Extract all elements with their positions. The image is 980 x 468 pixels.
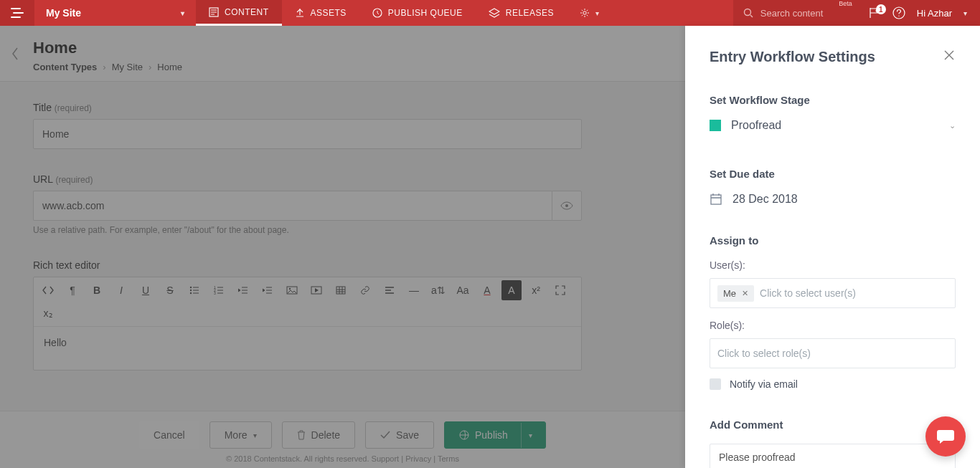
topbar-right: 1 Hi Azhar ▾ [855,0,980,26]
notify-checkbox-row[interactable]: Notify via email [710,378,956,390]
logo[interactable] [0,0,34,26]
user-greeting[interactable]: Hi Azhar [917,8,952,19]
search-placeholder: Search content [760,8,823,19]
roles-textfield[interactable] [717,348,948,359]
topbar: My Site ▾ CONTENT ASSETS PUBLISH QUEUE R… [0,0,980,26]
roles-label: Role(s): [710,320,956,331]
nav-publish-queue[interactable]: PUBLISH QUEUE [359,0,476,26]
notify-label: Notify via email [730,378,798,390]
close-icon [943,49,956,62]
chevron-down-icon: ▾ [181,9,184,17]
notifications[interactable]: 1 [868,6,881,19]
stage-heading: Set Workflow Stage [710,94,956,106]
close-button[interactable] [943,49,956,62]
user-chip: Me ✕ [717,285,754,302]
users-textfield[interactable] [760,287,948,299]
chat-launcher[interactable] [925,416,966,457]
svg-point-2 [583,11,586,14]
panel-title: Entry Workflow Settings [710,49,956,65]
site-selector[interactable]: My Site ▾ [34,0,196,26]
stage-selector[interactable]: Proofread ⌄ [710,119,956,139]
calendar-icon [710,193,722,206]
workflow-settings-panel: Entry Workflow Settings Set Workflow Sta… [685,26,980,468]
users-label: User(s): [710,259,956,271]
users-input[interactable]: Me ✕ [710,278,956,308]
nav-content[interactable]: CONTENT [196,0,282,26]
search-icon [743,8,753,18]
nav-settings[interactable]: ▾ [567,0,613,26]
stage-value: Proofread [731,119,781,132]
due-heading: Set Due date [710,168,956,180]
beta-tag: Beta [839,0,852,7]
svg-point-3 [744,9,750,16]
modal-overlay[interactable] [0,26,685,468]
chevron-down-icon: ⌄ [949,121,956,130]
comment-heading: Add Comment [710,419,956,431]
roles-input[interactable] [710,338,956,368]
notif-count: 1 [876,4,886,14]
chevron-down-icon: ▾ [595,9,600,17]
nav-assets[interactable]: ASSETS [282,0,359,26]
nav-releases[interactable]: RELEASES [476,0,567,26]
stage-color-swatch [710,120,721,131]
due-date-picker[interactable]: 28 Dec 2018 [710,193,956,206]
chevron-down-icon: ▾ [963,9,967,17]
due-value: 28 Dec 2018 [732,193,798,206]
svg-rect-19 [711,195,721,204]
search-bar[interactable]: Beta Search content [733,0,855,26]
remove-chip-icon[interactable]: ✕ [742,289,748,298]
comment-input[interactable] [710,444,956,468]
help-icon[interactable] [892,6,905,19]
assign-heading: Assign to [710,234,956,247]
chat-icon [936,428,955,445]
site-label: My Site [46,7,81,19]
checkbox-icon[interactable] [710,378,721,390]
